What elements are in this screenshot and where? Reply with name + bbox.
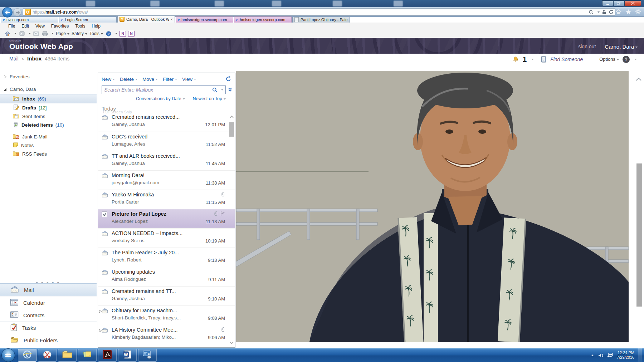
sort-conversations[interactable]: Conversations by Date bbox=[136, 96, 185, 101]
onenote-send-icon[interactable]: N bbox=[119, 31, 126, 37]
help-icon[interactable]: ? bbox=[105, 31, 112, 36]
search-input[interactable]: Search Entire Mailbox bbox=[102, 85, 226, 94]
address-book-icon[interactable] bbox=[540, 56, 547, 63]
account-group[interactable]: Carno, Dara bbox=[0, 84, 97, 94]
email-row-5[interactable]: Picture for Paul Lopez Alexander Lopez 1… bbox=[98, 209, 235, 228]
browser-tab-5[interactable]: Paul Lopez Obituary - Palm So... bbox=[292, 16, 350, 23]
search-mailbox-icon[interactable] bbox=[212, 87, 218, 93]
menu-edit[interactable]: Edit bbox=[18, 24, 32, 29]
browser-tab-2[interactable]: OCarno, Dara - Outlook Web ...× bbox=[117, 16, 175, 23]
rss-caret[interactable] bbox=[29, 33, 31, 34]
toolbar-filter-button[interactable]: Filter bbox=[163, 77, 177, 82]
alert-caret[interactable] bbox=[532, 59, 534, 60]
read-mail-icon[interactable] bbox=[33, 31, 39, 36]
show-desktop-button[interactable] bbox=[638, 348, 642, 362]
refresh-icon[interactable] bbox=[225, 76, 231, 83]
email-row-1[interactable]: CDC's received Lumague, Aries 11:52 AM bbox=[98, 132, 235, 151]
home-page-icon[interactable] bbox=[4, 31, 11, 36]
onenote-linked-icon[interactable]: N bbox=[128, 31, 135, 37]
start-button[interactable] bbox=[1, 348, 15, 362]
taskbar-explorer-button[interactable] bbox=[58, 349, 77, 362]
toolbar-view-button[interactable]: View bbox=[182, 77, 196, 82]
close-button[interactable] bbox=[624, 0, 641, 6]
email-row-4[interactable]: Yaeko M Hironaka Portia Carter 11:15 AM bbox=[98, 190, 235, 209]
owa-help-button[interactable]: ? bbox=[623, 56, 630, 63]
collapsed-arrow-icon[interactable] bbox=[4, 75, 7, 79]
nav-public-folders[interactable]: Public Folders bbox=[0, 334, 97, 346]
folder-inbox[interactable]: Inbox(69) bbox=[0, 94, 97, 103]
network-icon[interactable] bbox=[607, 353, 613, 358]
breadcrumb-mail-link[interactable]: Mail bbox=[9, 56, 19, 62]
list-scrollbar[interactable] bbox=[229, 114, 234, 345]
browser-tab-3[interactable]: ehmisnextgen.svccorp.com bbox=[176, 16, 233, 23]
nav-contacts[interactable]: Contacts bbox=[0, 309, 97, 321]
search-dropdown-caret[interactable] bbox=[597, 11, 600, 13]
options-menu[interactable]: Options bbox=[599, 57, 619, 62]
flag-icon[interactable] bbox=[220, 211, 225, 216]
email-row-2[interactable]: TT and ALR books received... Gainey, Jos… bbox=[98, 151, 235, 170]
browser-tab-1[interactable]: eLogin Screen bbox=[59, 16, 117, 23]
folder-junk-e-mail[interactable]: Junk E-Mail bbox=[0, 132, 97, 141]
menu-file[interactable]: File bbox=[5, 24, 18, 29]
expand-search-chevrons-icon[interactable] bbox=[228, 87, 232, 92]
menu-view[interactable]: View bbox=[32, 24, 48, 29]
help-caret[interactable] bbox=[115, 33, 117, 34]
volume-icon[interactable] bbox=[598, 353, 604, 358]
address-bar[interactable]: O https://mail.sci-us.com/owa/ bbox=[23, 8, 615, 16]
search-scope-caret[interactable] bbox=[221, 89, 223, 90]
toolbar-delete-button[interactable]: Delete bbox=[120, 77, 137, 82]
print-caret[interactable] bbox=[52, 33, 54, 34]
sign-out-link[interactable]: sign out bbox=[578, 44, 596, 49]
scroll-down-icon[interactable] bbox=[229, 341, 234, 344]
email-row-6[interactable]: ACTION NEEDED – Impacts... workday Sci-u… bbox=[98, 228, 235, 248]
taskbar-display-settings-button[interactable] bbox=[138, 349, 157, 362]
selected-checkbox-icon[interactable] bbox=[102, 211, 108, 217]
menu-favorites[interactable]: Favorites bbox=[48, 24, 72, 29]
taskbar-sticky-notes-button[interactable] bbox=[78, 349, 97, 362]
taskbar-ie-button[interactable]: e bbox=[18, 349, 36, 362]
scroll-up-icon[interactable] bbox=[229, 115, 234, 119]
taskbar-snipping-tool-button[interactable] bbox=[38, 349, 57, 362]
folder-notes[interactable]: Notes bbox=[0, 141, 97, 150]
folder-drafts[interactable]: Drafts[12] bbox=[0, 103, 97, 112]
toolbar-new-button[interactable]: New bbox=[102, 77, 115, 82]
forward-button[interactable] bbox=[13, 8, 21, 16]
browser-tab-0[interactable]: esvccorp.com bbox=[1, 16, 58, 23]
home-icon[interactable] bbox=[615, 9, 622, 15]
tray-expand-icon[interactable] bbox=[590, 354, 595, 357]
rss-feed-icon[interactable] bbox=[19, 31, 25, 36]
user-menu[interactable]: Carno, Dara bbox=[605, 44, 638, 50]
email-row-3[interactable]: Morning Dara! joeygalon@gmail.com 11:38 … bbox=[98, 170, 235, 190]
reading-scroll-up-icon[interactable] bbox=[635, 77, 642, 82]
browser-tab-4[interactable]: ehmisnextgen.svccorp.com bbox=[234, 16, 292, 23]
restore-button[interactable] bbox=[613, 0, 624, 6]
search-icon[interactable] bbox=[589, 10, 594, 15]
email-row-7[interactable]: The Palm Reader > July 20... Lynch, Robe… bbox=[98, 248, 235, 267]
toolbar-move-button[interactable]: Move bbox=[142, 77, 158, 82]
refresh-page-icon[interactable] bbox=[609, 10, 614, 15]
settings-gear-icon[interactable] bbox=[635, 9, 641, 15]
folder-sent-items[interactable]: Sent Items bbox=[0, 112, 97, 121]
print-icon[interactable] bbox=[42, 31, 48, 36]
folder-deleted-items[interactable]: Deleted Items(10) bbox=[0, 121, 97, 129]
email-row-8[interactable]: Upcoming updates Alma Rodriguez 9:11 AM bbox=[98, 267, 235, 286]
list-scroll-thumb[interactable] bbox=[229, 122, 234, 137]
menu-help[interactable]: Help bbox=[88, 24, 104, 29]
folder-rss-feeds[interactable]: RSS Feeds bbox=[0, 150, 97, 158]
nav-tasks[interactable]: Tasks bbox=[0, 321, 97, 334]
nav-calendar[interactable]: Calendar bbox=[0, 296, 97, 309]
nav-mail[interactable]: Mail bbox=[0, 283, 97, 296]
alert-bell-icon[interactable] bbox=[513, 56, 519, 62]
sort-newest[interactable]: Newest on Top bbox=[193, 96, 226, 101]
expanded-arrow-icon[interactable] bbox=[4, 88, 7, 91]
home-caret[interactable] bbox=[14, 33, 16, 34]
back-button[interactable] bbox=[2, 7, 13, 18]
reading-scroll-thumb[interactable] bbox=[636, 163, 642, 307]
tab-close-icon[interactable]: × bbox=[171, 17, 173, 21]
taskbar-word-button[interactable]: W bbox=[118, 349, 137, 362]
find-someone-link[interactable]: Find Someone bbox=[550, 57, 583, 62]
email-row-0[interactable]: Cremated remains received... Gainey, Jos… bbox=[98, 112, 235, 132]
owa-help-caret[interactable] bbox=[635, 59, 637, 60]
favorites-group[interactable]: Favorites bbox=[0, 72, 97, 82]
tools-menu[interactable]: Tools bbox=[89, 31, 103, 36]
